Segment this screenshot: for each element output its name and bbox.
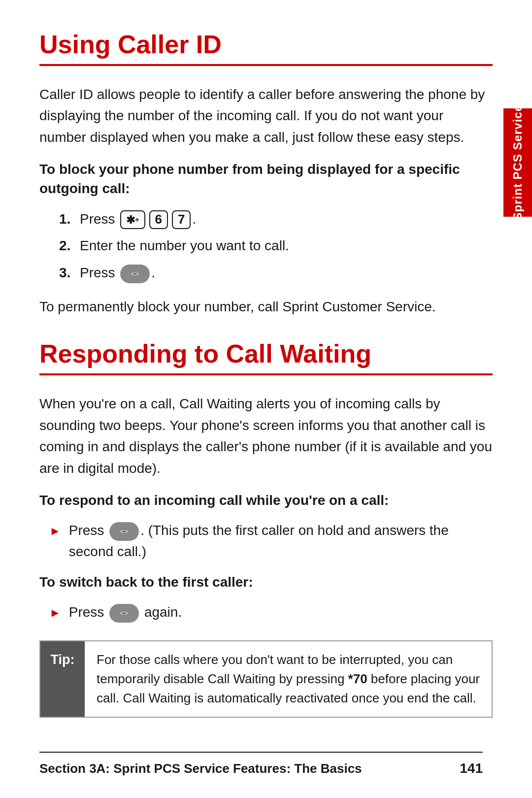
key-star: ✱+: [120, 210, 145, 229]
step-1-text: Press ✱+ 6 7 .: [80, 208, 196, 231]
caller-id-title: Using Caller ID: [39, 30, 493, 59]
tip-label: Tip:: [40, 641, 85, 717]
step-1-num: 1.: [59, 208, 74, 231]
step-1-keys: ✱+ 6 7: [119, 210, 192, 229]
switch-instruction: To switch back to the first caller:: [39, 572, 493, 592]
call-waiting-bullets: ► Press . (This puts the first caller on…: [49, 520, 493, 563]
tip-bold: *70: [348, 671, 367, 686]
bullet-1-text: Press . (This puts the first caller on h…: [69, 520, 493, 563]
call-waiting-divider: [39, 373, 493, 375]
key-send-sub: [109, 604, 139, 623]
caller-id-section: Using Caller ID Caller ID allows people …: [39, 30, 493, 317]
step-2-text: Enter the number you want to call.: [80, 235, 289, 257]
call-waiting-title: Responding to Call Waiting: [39, 339, 493, 368]
caller-id-intro: Caller ID allows people to identify a ca…: [39, 84, 493, 148]
tip-box: Tip: For those calls where you don't wan…: [39, 640, 493, 718]
caller-id-steps: 1. Press ✱+ 6 7 . 2. Enter the number yo…: [59, 208, 493, 284]
caller-id-divider: [39, 64, 493, 66]
key-7: 7: [172, 210, 191, 229]
bullet-1: ► Press . (This puts the first caller on…: [49, 520, 493, 563]
caller-id-instruction: To block your phone number from being di…: [39, 160, 493, 198]
arrow-2: ►: [49, 603, 61, 623]
step-1: 1. Press ✱+ 6 7 .: [59, 208, 493, 231]
page-container: Sprint PCS Service Using Caller ID Calle…: [0, 0, 532, 798]
arrow-1: ►: [49, 522, 61, 563]
call-waiting-section: Responding to Call Waiting When you're o…: [39, 339, 493, 718]
page-footer: Section 3A: Sprint PCS Service Features:…: [39, 752, 483, 776]
sub-bullet-1: ► Press again.: [49, 601, 493, 623]
switch-bullets: ► Press again.: [49, 601, 493, 623]
side-tab: Sprint PCS Service: [503, 108, 532, 217]
side-tab-text: Sprint PCS Service: [511, 104, 525, 220]
step-3: 3. Press .: [59, 262, 493, 284]
call-waiting-intro: When you're on a call, Call Waiting aler…: [39, 393, 493, 479]
footer-left: Section 3A: Sprint PCS Service Features:…: [39, 761, 362, 776]
step-3-num: 3.: [59, 262, 74, 284]
caller-id-footer: To permanently block your number, call S…: [39, 296, 493, 317]
step-2: 2. Enter the number you want to call.: [59, 235, 493, 257]
key-6: 6: [149, 210, 168, 229]
key-send-bullet1: [109, 522, 139, 541]
tip-content: For those calls where you don't want to …: [85, 641, 492, 717]
step-3-text: Press .: [80, 262, 155, 284]
step-2-num: 2.: [59, 235, 74, 257]
footer-page-number: 141: [460, 761, 483, 776]
call-waiting-instruction: To respond to an incoming call while you…: [39, 491, 493, 510]
sub-bullet-1-text: Press again.: [69, 601, 182, 623]
key-send-step3: [120, 265, 150, 283]
